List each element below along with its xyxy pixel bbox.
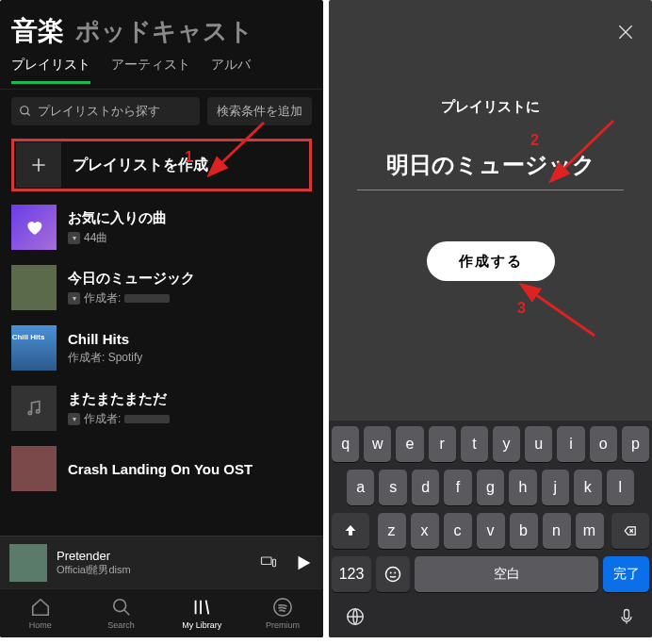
now-playing-bar[interactable]: Pretender Official髭男dism [0, 536, 323, 588]
keyboard-row-2: asdfghjkl [332, 470, 649, 505]
search-icon [111, 597, 132, 618]
nav-home[interactable]: Home [0, 589, 81, 637]
shift-icon [343, 523, 358, 538]
list-item[interactable]: 今日のミュージック 作成者: [0, 257, 323, 318]
filter-tabs: プレイリスト アーティスト アルバ [0, 57, 323, 90]
key-c[interactable]: c [444, 513, 472, 549]
format-tabs: 音楽 ポッドキャスト [0, 0, 323, 57]
filter-album[interactable]: アルバ [211, 57, 251, 83]
numeric-key[interactable]: 123 [332, 556, 371, 592]
search-input[interactable]: プレイリストから探す [11, 97, 200, 125]
list-item[interactable]: またまたまただ 作成者: [0, 378, 323, 438]
thumb-image [11, 265, 57, 310]
key-z[interactable]: z [378, 513, 406, 549]
key-d[interactable]: d [412, 470, 439, 505]
annotation-arrow-3 [519, 283, 604, 349]
key-f[interactable]: f [444, 470, 471, 505]
keyboard-row-4: 123 空白 完了 [332, 556, 649, 592]
mic-icon[interactable] [617, 605, 636, 628]
thumb-image: Chill Hits [11, 325, 57, 371]
tab-podcast[interactable]: ポッドキャスト [75, 15, 253, 48]
nav-premium[interactable]: Premium [242, 589, 323, 637]
callout-2: 2 [530, 132, 539, 149]
key-t[interactable]: t [461, 426, 488, 462]
svg-rect-6 [262, 557, 272, 565]
callout-3: 3 [517, 300, 526, 317]
redacted [124, 294, 170, 303]
key-b[interactable]: b [510, 513, 538, 549]
nav-search[interactable]: Search [81, 589, 162, 637]
key-h[interactable]: h [509, 470, 536, 505]
home-icon [30, 597, 51, 618]
svg-point-8 [113, 600, 125, 612]
svg-point-5 [37, 410, 40, 413]
thumb-favorites [11, 205, 57, 250]
list-item[interactable]: お気に入りの曲 44曲 [0, 197, 323, 257]
svg-point-0 [21, 107, 28, 114]
now-playing-artist: Official髭男dism [57, 563, 250, 577]
filter-artist[interactable]: アーティスト [111, 57, 190, 83]
key-a[interactable]: a [347, 470, 374, 505]
library-screen: 音楽 ポッドキャスト プレイリスト アーティスト アルバ プレイリストから探す … [0, 0, 323, 637]
key-k[interactable]: k [574, 470, 601, 505]
key-j[interactable]: j [542, 470, 569, 505]
create-playlist-row[interactable]: プレイリストを作成 [11, 139, 312, 191]
emoji-key[interactable] [376, 556, 410, 592]
svg-point-22 [390, 572, 392, 574]
key-n[interactable]: n [543, 513, 571, 549]
emoji-icon [384, 566, 401, 583]
bottom-nav: Home Search My Library Premium [0, 588, 323, 637]
backspace-key[interactable] [611, 513, 649, 549]
key-l[interactable]: l [607, 470, 634, 505]
redacted [124, 415, 170, 423]
create-button[interactable]: 作成する [427, 241, 555, 281]
devices-icon[interactable] [259, 554, 278, 571]
key-q[interactable]: q [332, 426, 359, 462]
svg-line-12 [206, 601, 209, 615]
key-i[interactable]: i [557, 426, 584, 462]
key-o[interactable]: o [590, 426, 617, 462]
keyboard-bottom [332, 600, 649, 628]
item-sub: 作成者: Spotify [68, 350, 142, 366]
spotify-icon [272, 597, 293, 618]
svg-line-18 [532, 292, 595, 336]
nav-library[interactable]: My Library [162, 589, 243, 637]
globe-icon[interactable] [345, 606, 366, 627]
keyboard-row-1: qwertyuiop [332, 426, 649, 462]
done-key[interactable]: 完了 [603, 556, 649, 592]
key-x[interactable]: x [411, 513, 439, 549]
key-v[interactable]: v [477, 513, 505, 549]
key-w[interactable]: w [364, 426, 391, 462]
downloaded-icon [68, 232, 80, 244]
filter-playlist[interactable]: プレイリスト [11, 57, 90, 83]
svg-point-4 [28, 411, 31, 414]
space-key[interactable]: 空白 [415, 556, 598, 592]
search-placeholder: プレイリストから探す [38, 103, 160, 120]
item-title: Crash Landing On You OST [68, 461, 253, 477]
list-item[interactable]: Chill Hits Chill Hits 作成者: Spotify [0, 318, 323, 378]
add-filter-button[interactable]: 検索条件を追加 [207, 97, 312, 125]
key-g[interactable]: g [477, 470, 504, 505]
item-title: お気に入りの曲 [68, 209, 167, 227]
play-icon[interactable] [293, 553, 314, 573]
item-sub: 作成者: [68, 290, 195, 306]
item-title: Chill Hits [68, 331, 142, 347]
svg-line-1 [27, 113, 30, 116]
key-s[interactable]: s [379, 470, 406, 505]
key-m[interactable]: m [576, 513, 604, 549]
key-u[interactable]: u [525, 426, 552, 462]
key-p[interactable]: p [622, 426, 649, 462]
plus-icon [16, 142, 61, 188]
shift-key[interactable] [332, 513, 369, 549]
playlist-name-input[interactable]: 明日のミュージック [357, 150, 624, 190]
keyboard-row-3: zxcvbnm [332, 513, 649, 549]
svg-rect-25 [625, 610, 629, 619]
list-item[interactable]: Crash Landing On You OST [0, 438, 323, 499]
key-r[interactable]: r [429, 426, 456, 462]
tab-music[interactable]: 音楽 [11, 13, 64, 49]
backspace-icon [621, 524, 640, 537]
heart-icon [24, 218, 43, 237]
key-y[interactable]: y [493, 426, 520, 462]
close-button[interactable] [616, 23, 635, 41]
key-e[interactable]: e [396, 426, 423, 462]
